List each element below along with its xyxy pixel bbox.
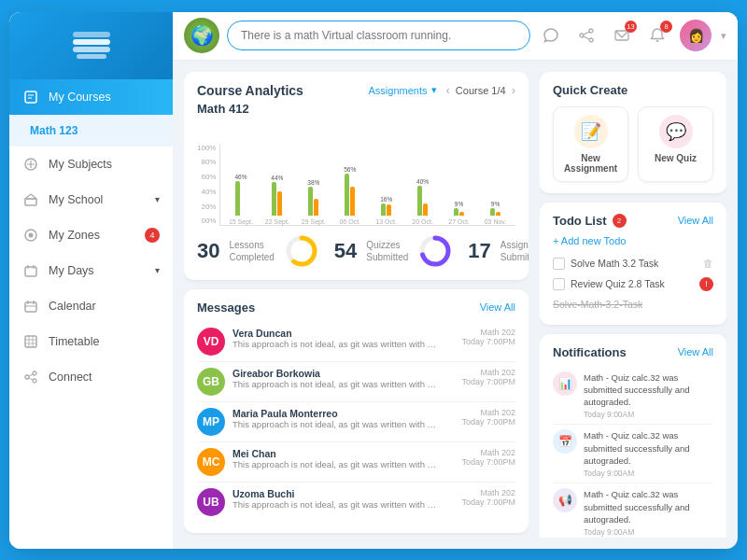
message-item[interactable]: UB Uzoma Buchi This approach is not idea… [197,483,515,522]
share-icon-btn[interactable] [573,22,599,49]
sidebar-item-my-courses[interactable]: My Courses [9,79,173,115]
school-icon [22,191,39,208]
sidebar-item-my-school[interactable]: My School ▾ [9,182,173,217]
sidebar-logo [9,12,173,79]
todo-label-1: Solve Math 3.2 Task [571,258,658,269]
search-input[interactable] [227,21,530,50]
bar-orange [350,187,355,215]
subject-icon [22,156,39,173]
msg-body: Gireabor Borkowia This approach is not i… [233,368,454,396]
msg-avatar: VD [197,328,225,356]
notif-content: Math - Quiz calc.32 was submitted succes… [584,371,713,420]
notif-time: Today 9:00AM [584,527,713,537]
msg-text: This approach is not ideal, as git was w… [233,419,438,429]
bar-orange [423,203,428,216]
svg-point-33 [589,38,593,42]
course-navigator: ‹ Course 1/4 › [446,83,516,97]
svg-rect-4 [25,91,36,103]
bar-group: 46%15 Sept. [224,144,257,225]
todo-count-badge: 2 [613,214,627,228]
messages-view-all[interactable]: View All [480,301,515,313]
mail-icon-btn[interactable]: 13 [609,22,635,49]
prev-course-btn[interactable]: ‹ [446,83,450,97]
notifications-title: Notifications [553,345,627,359]
zone-icon [22,227,39,244]
msg-sender-name: Vera Duncan [233,328,454,339]
bar-chart: 100%80%60%40%20%00% 46%15 Sept.44%22 Sep… [197,123,515,226]
new-assignment-label: New Assignment [559,153,622,174]
sidebar-item-connect[interactable]: Connect [9,359,173,395]
new-quiz-button[interactable]: 💬 New Quiz [638,106,713,182]
user-menu-arrow[interactable]: ▾ [721,30,726,42]
user-avatar[interactable]: 👩 [680,20,712,51]
todo-checkbox-1[interactable] [553,258,565,270]
chevron-down-icon-days: ▾ [155,265,160,275]
msg-meta: Math 202 Today 7:00PM [461,488,515,516]
todo-checkbox-2[interactable] [553,278,565,290]
todo-delete-1[interactable]: 🗑 [703,258,713,269]
bar-green [235,181,240,216]
lessons-label: Lessons Completed [229,239,274,263]
calendar-icon [22,298,39,315]
svg-rect-0 [73,39,110,45]
content-area: Course Analytics Assignments ▾ ‹ Course … [173,61,738,549]
svg-point-26 [25,375,29,379]
sidebar-item-math-123[interactable]: Math 123 [9,115,173,147]
course-label: Course 1/4 [456,85,506,96]
new-assignment-button[interactable]: 📝 New Assignment [553,106,628,182]
todo-label-2: Review Quiz 2.8 Task [571,278,665,289]
next-course-btn[interactable]: › [512,83,515,97]
notif-time: Today 9:00AM [584,469,713,478]
sidebar-item-label-my-zones: My Zones [49,229,100,242]
stat-quizzes: 54 Quizzes Submitted [334,233,454,269]
svg-rect-14 [25,267,36,276]
quick-create-buttons: 📝 New Assignment 💬 New Quiz [553,106,713,182]
svg-line-29 [29,374,33,376]
msg-avatar: UB [197,488,225,516]
notif-content: Math - Quiz calc.32 was submitted succes… [584,488,713,537]
notifications-list: 📊 Math - Quiz calc.32 was submitted succ… [553,367,713,538]
msg-text: This approach is not ideal, as git was w… [233,339,438,349]
sidebar-item-my-days[interactable]: My Days ▾ [9,253,173,288]
sidebar-item-calendar[interactable]: Calendar [9,288,173,324]
notif-text: Math - Quiz calc.32 was submitted succes… [584,488,713,525]
message-item[interactable]: MC Mei Chan This approach is not ideal, … [197,442,515,483]
sidebar-item-my-zones[interactable]: My Zones 4 [9,217,173,253]
todo-title: Todo List [553,214,607,228]
right-panel: Quick Create 📝 New Assignment 💬 New Quiz [540,72,726,538]
notification-item: 📊 Math - Quiz calc.32 was submitted succ… [553,367,713,426]
svg-point-13 [29,232,34,237]
quick-create-card: Quick Create 📝 New Assignment 💬 New Quiz [540,72,726,193]
svg-line-35 [584,36,589,39]
lessons-donut [284,233,319,269]
chevron-down-icon: ▾ [155,194,160,204]
message-item[interactable]: VD Vera Duncan This approach is not idea… [197,322,515,362]
svg-point-31 [589,29,593,33]
message-item[interactable]: MP Maria Paula Monterreo This approach i… [197,402,515,442]
bell-icon-btn[interactable]: 8 [644,22,670,49]
msg-meta: Math 202 Today 7:00PM [461,328,515,356]
new-quiz-label: New Quiz [655,153,697,163]
message-item[interactable]: GB Gireabor Borkowia This approach is no… [197,362,515,402]
bar-group: 38%29 Sept. [297,144,330,225]
msg-body: Mei Chan This approach is not ideal, as … [233,448,454,476]
bar-orange [459,212,464,215]
sidebar-item-label-calendar: Calendar [49,300,96,313]
sidebar-item-timetable[interactable]: Timetable [9,324,173,359]
sidebar-item-my-subjects[interactable]: My Subjects [9,147,173,182]
msg-course: Math 202 [461,368,515,377]
stats-row: 30 Lessons Completed 54 Quizzes Submitte… [197,233,515,269]
assignments-tab[interactable]: Assignments ▾ [369,84,437,96]
todo-view-all[interactable]: View All [678,215,713,226]
notifications-view-all[interactable]: View All [678,346,713,357]
bar-orange [277,191,282,216]
course-subtitle: Math 412 [197,102,515,116]
notif-text: Math - Quiz calc.32 was submitted succes… [584,429,713,467]
msg-body: Vera Duncan This approach is not ideal, … [233,328,454,356]
chat-icon-btn[interactable] [538,22,564,49]
add-todo-button[interactable]: + Add new Todo [553,235,713,246]
svg-point-27 [33,371,36,375]
my-zones-badge: 4 [145,228,160,243]
svg-rect-1 [73,47,110,52]
bar-green [490,208,495,215]
